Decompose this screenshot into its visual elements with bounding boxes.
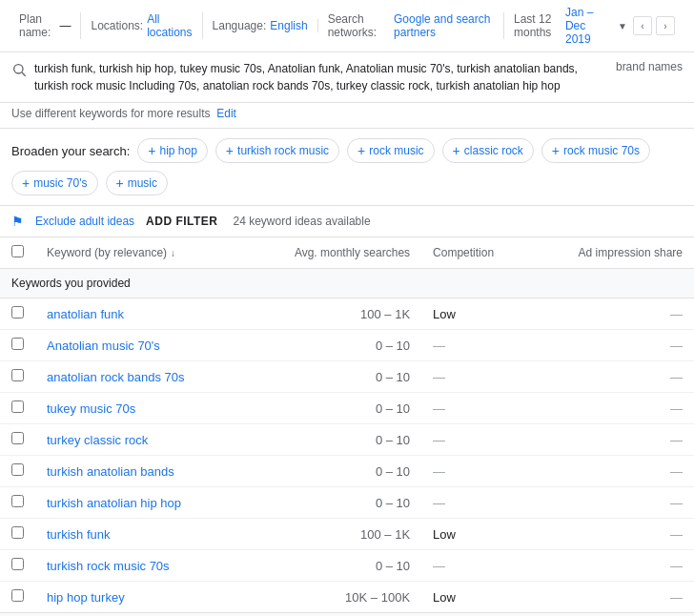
table-row: turkish anatolian hip hop 0 – 10 — — <box>0 487 694 519</box>
header-avg-searches[interactable]: Avg. monthly searches <box>243 237 421 269</box>
competition-cell: Low <box>421 582 530 613</box>
section-title: Keywords you provided <box>0 269 694 298</box>
competition-cell: — <box>421 393 530 424</box>
locations-value[interactable]: All locations <box>147 12 192 39</box>
competition-cell: — <box>421 361 530 393</box>
search-terms-box: turkish funk, turkish hip hop, tukey mus… <box>0 52 694 103</box>
row-checkbox[interactable] <box>11 369 24 381</box>
broaden-chip[interactable]: +turkish rock music <box>215 138 339 163</box>
top-bar: Plan name: — Locations: All locations La… <box>0 0 694 52</box>
avg-searches-cell: 0 – 10 <box>243 456 421 487</box>
ad-impression-cell: — <box>530 424 694 456</box>
plan-value: — <box>59 19 71 32</box>
avg-searches-cell: 0 – 10 <box>243 424 421 456</box>
row-checkbox[interactable] <box>11 589 24 602</box>
add-filter-button[interactable]: ADD FILTER <box>146 215 217 228</box>
broaden-chip[interactable]: +music <box>106 171 169 195</box>
broaden-chip[interactable]: +rock music 70s <box>541 138 650 163</box>
keyword-name[interactable]: turkish anatolian hip hop <box>47 496 181 510</box>
keyword-cell: tukey music 70s <box>35 393 243 424</box>
header-ad-impression[interactable]: Ad impression share <box>530 237 694 269</box>
keyword-cell: hip hop turkey <box>35 582 243 613</box>
period-label: Last 12 months <box>514 12 560 39</box>
prev-arrow[interactable]: ‹ <box>633 16 652 35</box>
period-value[interactable]: Jan – Dec 2019 <box>565 6 612 46</box>
avg-searches-cell: 10K – 100K <box>243 582 421 613</box>
keyword-name[interactable]: turkish funk <box>47 527 110 542</box>
broaden-chip[interactable]: +classic rock <box>442 138 534 163</box>
broaden-label: Broaden your search: <box>11 144 130 158</box>
use-different-text: Use different keywords for more results <box>11 107 211 120</box>
section-header-row: Keyword ideas <box>0 613 694 617</box>
row-checkbox-cell <box>0 519 35 550</box>
competition-cell: — <box>421 456 530 487</box>
keyword-table-wrap: Keyword (by relevance) ↓ Avg. monthly se… <box>0 237 694 616</box>
chip-plus-icon: + <box>22 175 30 191</box>
ad-impression-cell: — <box>530 550 694 582</box>
plan-label: Plan name: <box>19 12 55 39</box>
row-checkbox[interactable] <box>11 338 24 350</box>
keyword-name[interactable]: anatolian rock bands 70s <box>47 370 185 384</box>
row-checkbox[interactable] <box>11 558 24 570</box>
table-header-row: Keyword (by relevance) ↓ Avg. monthly se… <box>0 237 694 269</box>
section-title: Keyword ideas <box>0 613 694 617</box>
networks-label: Search networks: <box>328 12 390 39</box>
row-checkbox-cell <box>0 298 35 330</box>
next-arrow[interactable]: › <box>656 16 675 35</box>
row-checkbox[interactable] <box>11 495 24 507</box>
period-item[interactable]: Last 12 months Jan – Dec 2019 ▼ ‹ › <box>504 6 684 46</box>
keyword-name[interactable]: turkish rock music 70s <box>47 559 170 573</box>
row-checkbox-cell <box>0 393 35 424</box>
exclude-adult-link[interactable]: Exclude adult ideas <box>35 215 134 228</box>
svg-point-0 <box>14 65 23 73</box>
keyword-cell: turkey classic rock <box>35 424 243 456</box>
select-all-checkbox[interactable] <box>11 245 24 257</box>
keyword-name[interactable]: Anatolian music 70's <box>47 339 160 353</box>
chip-plus-icon: + <box>357 143 365 158</box>
broaden-section: Broaden your search: +hip hop+turkish ro… <box>0 129 694 206</box>
broaden-chip[interactable]: +hip hop <box>137 138 208 163</box>
edit-link[interactable]: Edit <box>216 107 236 120</box>
header-competition[interactable]: Competition <box>421 237 530 269</box>
header-keyword[interactable]: Keyword (by relevance) ↓ <box>35 237 243 269</box>
avg-searches-cell: 100 – 1K <box>243 519 421 550</box>
networks-item: Search networks: Google and search partn… <box>318 12 504 39</box>
row-checkbox[interactable] <box>11 432 24 444</box>
row-checkbox[interactable] <box>11 526 24 539</box>
keyword-name[interactable]: turkey classic rock <box>47 433 148 447</box>
ad-impression-cell: — <box>530 330 694 361</box>
competition-cell: — <box>421 550 530 582</box>
broaden-chip[interactable]: +rock music <box>347 138 435 163</box>
ad-impression-cell: — <box>530 519 694 550</box>
language-value[interactable]: English <box>270 19 307 32</box>
nav-arrows: ‹ › <box>633 16 675 35</box>
table-row: turkish rock music 70s 0 – 10 — — <box>0 550 694 582</box>
keyword-name[interactable]: tukey music 70s <box>47 401 135 416</box>
competition-cell: Low <box>421 519 530 550</box>
keyword-table: Keyword (by relevance) ↓ Avg. monthly se… <box>0 237 694 616</box>
brand-names-note: brand names <box>616 60 683 73</box>
filter-icon: ⚑ <box>11 214 24 229</box>
keyword-name[interactable]: hip hop turkey <box>47 590 125 605</box>
broaden-chip[interactable]: +music 70's <box>11 171 98 195</box>
competition-cell: — <box>421 487 530 519</box>
row-checkbox[interactable] <box>11 463 24 476</box>
networks-value[interactable]: Google and search partners <box>394 12 494 39</box>
chip-plus-icon: + <box>148 143 155 158</box>
avg-searches-cell: 0 – 10 <box>243 550 421 582</box>
svg-line-1 <box>22 72 26 76</box>
row-checkbox[interactable] <box>11 306 24 318</box>
table-row: Anatolian music 70's 0 – 10 — — <box>0 330 694 361</box>
row-checkbox-cell <box>0 550 35 582</box>
keyword-cell: turkish funk <box>35 519 243 550</box>
row-checkbox-cell <box>0 456 35 487</box>
keyword-cell: anatolian funk <box>35 298 243 330</box>
ad-impression-cell: — <box>530 361 694 393</box>
filter-bar: ⚑ Exclude adult ideas ADD FILTER 24 keyw… <box>0 206 694 237</box>
table-row: turkish funk 100 – 1K Low — <box>0 519 694 550</box>
row-checkbox[interactable] <box>11 400 24 413</box>
sort-arrow-icon: ↓ <box>171 248 175 258</box>
keyword-name[interactable]: turkish anatolian bands <box>47 464 174 479</box>
search-icon <box>11 62 27 80</box>
keyword-name[interactable]: anatolian funk <box>47 307 124 321</box>
